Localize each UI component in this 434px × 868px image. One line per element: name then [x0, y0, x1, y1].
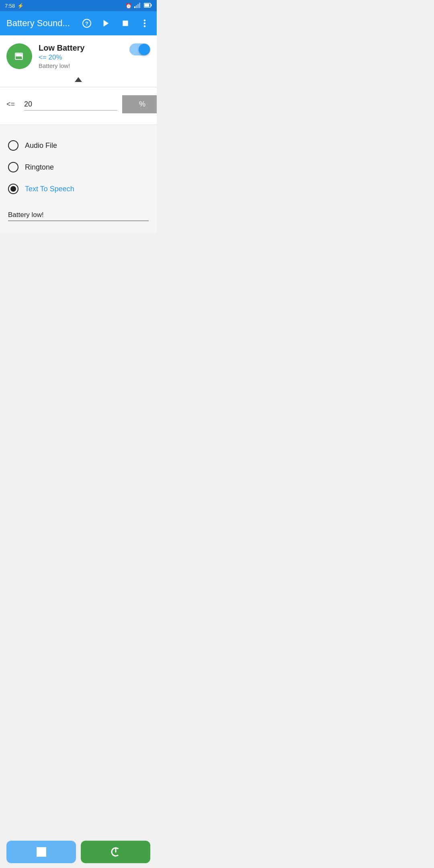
svg-rect-3: [139, 3, 140, 8]
stop-button[interactable]: [120, 18, 131, 29]
svg-rect-2: [137, 4, 139, 8]
radio-circle-tts: [8, 184, 18, 194]
radio-circle-ringtone: [8, 162, 18, 172]
value-input[interactable]: [24, 98, 117, 111]
main-content: Audio File Ringtone Text To Speech: [0, 125, 157, 234]
alarm-icon: ⏰: [125, 3, 132, 9]
svg-point-12: [144, 23, 146, 25]
play-button[interactable]: [100, 18, 112, 29]
more-menu-button[interactable]: [139, 18, 150, 29]
app-bar: Battery Sound... ?: [0, 11, 157, 35]
svg-rect-6: [145, 4, 149, 6]
tts-text-row: [8, 206, 149, 224]
svg-rect-10: [123, 20, 128, 26]
svg-point-13: [144, 25, 146, 27]
card-description: Battery low!: [39, 62, 150, 69]
svg-rect-0: [134, 6, 135, 8]
radio-label-ringtone: Ringtone: [25, 163, 54, 172]
radio-audio-file[interactable]: Audio File: [8, 135, 149, 156]
status-bar: 7:58 ⚡ ⏰: [0, 0, 157, 11]
svg-rect-1: [136, 5, 137, 8]
operator-label: <=: [6, 100, 19, 108]
operator-row: <= %: [6, 95, 150, 113]
toggle-knob: [139, 44, 150, 55]
svg-rect-16: [16, 54, 22, 57]
bottom-spacer: [0, 234, 157, 270]
app-title: Battery Sound...: [6, 18, 73, 29]
radio-label-audio-file: Audio File: [25, 141, 57, 150]
radio-tts[interactable]: Text To Speech: [8, 178, 149, 200]
charging-icon: ⚡: [17, 3, 24, 9]
enable-toggle[interactable]: [129, 43, 150, 55]
toggle-wrapper: [129, 43, 150, 55]
status-time: 7:58: [5, 3, 15, 9]
radio-circle-audio-file: [8, 140, 18, 151]
radio-inner-tts: [10, 186, 16, 192]
radio-label-tts: Text To Speech: [25, 185, 74, 193]
help-button[interactable]: ?: [81, 18, 92, 29]
battery-status-icon: [144, 3, 152, 9]
signal-icon: [134, 2, 141, 9]
svg-rect-5: [151, 4, 152, 6]
card-header: Low Battery <= 20% Battery low!: [0, 35, 157, 74]
controls-section: <= %: [0, 87, 157, 125]
battery-icon-circle: [6, 43, 32, 69]
percent-button[interactable]: %: [122, 95, 157, 113]
svg-text:?: ?: [85, 20, 88, 27]
svg-marker-17: [75, 77, 82, 82]
svg-point-11: [144, 19, 146, 21]
expand-arrow[interactable]: [0, 74, 157, 87]
tts-text-input[interactable]: [8, 209, 149, 221]
svg-marker-9: [104, 20, 109, 27]
radio-ringtone[interactable]: Ringtone: [8, 156, 149, 178]
